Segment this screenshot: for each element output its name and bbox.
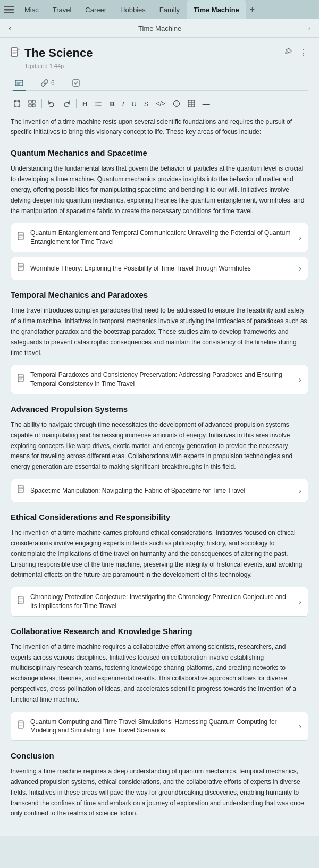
tab-travel[interactable]: Travel: [46, 0, 78, 19]
doc-title: The Science: [24, 46, 93, 60]
section-heading-collab: Collaborative Research and Knowledge Sha…: [11, 625, 308, 638]
section-quantum: Quantum Mechanics and Spacetime Understa…: [11, 147, 308, 280]
main-content: The Science ⋮ Updated 1:44p: [0, 38, 319, 836]
linked-card-propulsion-1[interactable]: Spacetime Manipulation: Navigating the F…: [11, 479, 308, 502]
article-body: The invention of a time machine rests up…: [11, 117, 308, 819]
links-count: 6: [51, 79, 55, 87]
tab-time-machine[interactable]: Time Machine: [187, 0, 246, 19]
top-nav: Misc Travel Career Hobbies Family Time M…: [0, 0, 319, 19]
svg-rect-8: [29, 104, 31, 107]
section-propulsion: Advanced Propulsion Systems The ability …: [11, 403, 308, 502]
svg-rect-7: [32, 100, 35, 103]
section-collab: Collaborative Research and Knowledge Sha…: [11, 625, 308, 741]
svg-point-14: [175, 103, 176, 104]
undo-button[interactable]: [45, 98, 58, 109]
section-text-collab: The invention of a time machine requires…: [11, 642, 308, 705]
doc-updated: Updated 1:44p: [26, 63, 308, 69]
section-text-quantum: Understanding the fundamental laws that …: [11, 164, 308, 216]
tab-career[interactable]: Career: [79, 0, 113, 19]
card-doc-icon-5: [18, 596, 25, 608]
underline-button[interactable]: U: [129, 98, 139, 109]
document-icon: [11, 47, 20, 61]
card-title-collab-1: Quantum Computing and Time Travel Simula…: [30, 718, 293, 736]
view-icon[interactable]: [26, 98, 38, 109]
svg-rect-2: [4, 12, 14, 13]
svg-point-13: [173, 101, 179, 107]
card-title-ethics-1: Chronology Protection Conjecture: Invest…: [30, 593, 293, 611]
card-arrow: ›: [299, 232, 301, 243]
linked-card-quantum-1[interactable]: Quantum Entanglement and Temporal Commun…: [11, 223, 308, 252]
strikethrough-button[interactable]: S: [141, 98, 152, 109]
doc-title-area: The Science: [11, 46, 93, 61]
svg-rect-18: [18, 263, 23, 271]
svg-rect-17: [18, 232, 23, 240]
tab-hobbies[interactable]: Hobbies: [114, 0, 152, 19]
more-icon: ⋮: [299, 48, 307, 57]
doc-tabs: 6: [11, 75, 308, 91]
doc-header: The Science ⋮: [11, 46, 308, 61]
linked-card-quantum-2[interactable]: Wormhole Theory: Exploring the Possibili…: [11, 257, 308, 280]
linked-card-collab-1[interactable]: Quantum Computing and Time Travel Simula…: [11, 712, 308, 741]
linked-card-temporal-1[interactable]: Temporal Paradoxes and Consistency Prese…: [11, 365, 308, 394]
section-conclusion: Conclusion Inventing a time machine requ…: [11, 749, 308, 819]
list-button[interactable]: [92, 98, 105, 109]
tab-content[interactable]: [13, 75, 26, 91]
emoji-button[interactable]: [170, 98, 183, 109]
section-text-propulsion: The ability to navigate through time nec…: [11, 420, 308, 473]
breadcrumb: Time Machine: [15, 24, 304, 32]
card-arrow-3: ›: [299, 374, 301, 385]
code-button[interactable]: </>: [153, 98, 167, 109]
card-arrow-5: ›: [299, 596, 301, 608]
divider-button[interactable]: —: [200, 98, 213, 109]
section-text-ethics: The invention of a time machine carries …: [11, 528, 308, 580]
svg-rect-1: [4, 9, 14, 11]
svg-point-11: [96, 104, 97, 105]
more-button[interactable]: ⋮: [298, 47, 308, 59]
toolbar-divider-2: [76, 99, 77, 108]
card-title-quantum-2: Wormhole Theory: Exploring the Possibili…: [30, 264, 293, 273]
card-title-propulsion-1: Spacetime Manipulation: Navigating the F…: [30, 486, 293, 495]
breadcrumb-arrow: ›: [308, 24, 310, 32]
card-doc-icon-3: [18, 374, 25, 385]
bold-button[interactable]: B: [107, 98, 117, 109]
svg-rect-5: [73, 80, 79, 86]
add-tab-button[interactable]: +: [247, 5, 258, 14]
card-doc-icon-6: [18, 720, 25, 732]
table-button[interactable]: [185, 98, 198, 109]
italic-button[interactable]: I: [120, 98, 127, 109]
svg-rect-4: [15, 80, 23, 86]
svg-rect-19: [18, 374, 23, 382]
card-arrow-2: ›: [299, 263, 301, 274]
linked-card-ethics-1[interactable]: Chronology Protection Conjecture: Invest…: [11, 587, 308, 617]
tab-family[interactable]: Family: [153, 0, 186, 19]
toolbar-divider-1: [41, 99, 42, 108]
section-heading-propulsion: Advanced Propulsion Systems: [11, 403, 308, 416]
heading-button[interactable]: H: [80, 98, 90, 109]
svg-rect-6: [29, 100, 31, 103]
section-ethics: Ethical Considerations and Responsibilit…: [11, 511, 308, 617]
section-heading-conclusion: Conclusion: [11, 749, 308, 762]
card-title-temporal-1: Temporal Paradoxes and Consistency Prese…: [30, 370, 293, 389]
intro-text: The invention of a time machine rests up…: [11, 117, 308, 137]
section-heading-quantum: Quantum Mechanics and Spacetime: [11, 147, 308, 159]
svg-point-10: [96, 102, 97, 103]
expand-icon[interactable]: [11, 98, 23, 109]
back-button[interactable]: ‹: [9, 23, 11, 33]
tab-checklist[interactable]: [70, 75, 82, 91]
tab-misc[interactable]: Misc: [18, 0, 45, 19]
redo-button[interactable]: [60, 98, 73, 109]
svg-point-12: [96, 105, 97, 106]
tab-links[interactable]: 6: [38, 75, 57, 91]
section-text-conclusion: Inventing a time machine requires a deep…: [11, 766, 308, 819]
section-heading-temporal: Temporal Mechanics and Paradoxes: [11, 289, 308, 301]
card-title-quantum-1: Quantum Entanglement and Temporal Commun…: [30, 229, 293, 247]
card-arrow-4: ›: [299, 485, 301, 496]
section-text-temporal: Time travel introduces complex paradoxes…: [11, 306, 308, 358]
svg-rect-9: [32, 104, 35, 107]
card-doc-icon-2: [18, 263, 25, 274]
card-doc-icon: [18, 232, 25, 243]
svg-rect-0: [4, 6, 14, 7]
pin-button[interactable]: [283, 46, 293, 59]
svg-rect-20: [18, 485, 23, 493]
toolbar: H B I U S </>: [11, 98, 308, 109]
